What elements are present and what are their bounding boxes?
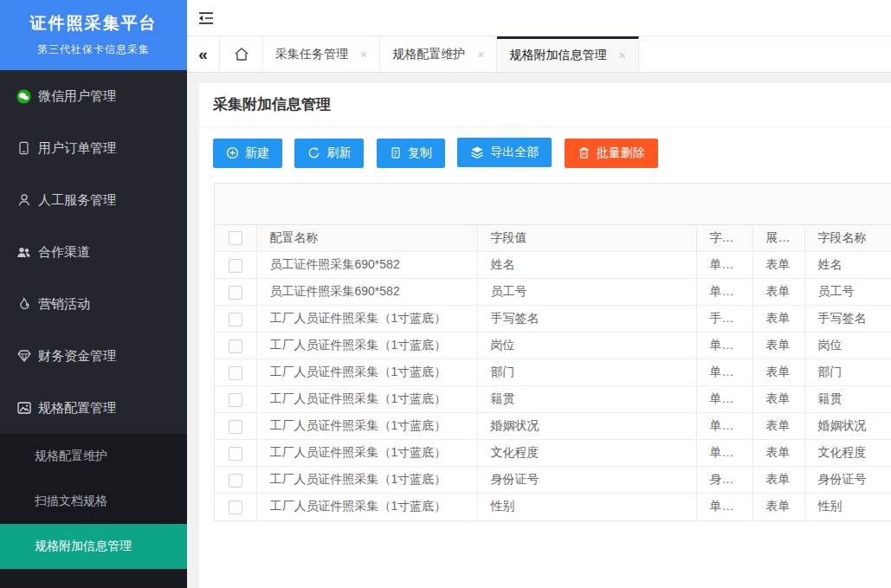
sidebar-item-wechat-users[interactable]: 微信用户管理 — [0, 70, 187, 122]
sidebar-subitem-label: 扫描文档规格 — [35, 494, 107, 509]
menu-fold-icon[interactable] — [198, 11, 214, 25]
partners-icon — [16, 245, 31, 260]
cell-display: 表单 — [752, 306, 804, 333]
close-icon[interactable]: × — [360, 48, 367, 61]
main-area: « 采集任务管理 × 规格配置维护 × 规格附加信息管理 × 采集附加信息管理 — [187, 0, 891, 588]
cell-field-type: 身… — [696, 467, 752, 494]
select-all-checkbox[interactable] — [229, 231, 242, 245]
column-header-config-name: 配置名称 — [256, 225, 477, 252]
sidebar-subitem-scan-doc-spec[interactable]: 扫描文档规格 — [0, 479, 187, 524]
tabbar: « 采集任务管理 × 规格配置维护 × 规格附加信息管理 × — [187, 36, 891, 73]
table-row: 工厂人员证件照采集（1寸蓝底） 性别 单… 表单 性别 — [215, 494, 891, 520]
cell-config-name: 工厂人员证件照采集（1寸蓝底） — [256, 386, 477, 413]
tab-collect-task-mgmt[interactable]: 采集任务管理 × — [263, 36, 380, 72]
cell-field-type: 单… — [696, 413, 752, 440]
cell-config-name: 工厂人员证件照采集（1寸蓝底） — [256, 333, 477, 359]
tab-label: 采集任务管理 — [275, 47, 348, 62]
sidebar-subitem-label: 规格附加信息管理 — [35, 539, 132, 554]
row-checkbox[interactable] — [229, 313, 242, 326]
cell-display: 表单 — [752, 279, 804, 306]
cell-config-name: 工厂人员证件照采集（1寸蓝底） — [256, 494, 477, 520]
cell-field-name: 身份证号 — [804, 467, 891, 494]
sidebar-subitem-label: 规格配置维护 — [35, 449, 107, 464]
topbar — [187, 0, 891, 36]
cell-config-name: 工厂人员证件照采集（1寸蓝底） — [256, 306, 477, 333]
sidebar-submenu: 规格配置维护 扫描文档规格 规格附加信息管理 — [0, 434, 187, 588]
sidebar-item-finance[interactable]: 财务资金管理 — [0, 330, 187, 382]
copy-button[interactable]: 复制 — [377, 139, 445, 168]
button-label: 复制 — [408, 145, 432, 161]
cell-field-name: 性别 — [804, 494, 891, 520]
cell-field-type: 单… — [696, 252, 752, 279]
sidebar-item-user-orders[interactable]: 用户订单管理 — [0, 122, 187, 174]
cell-display: 表单 — [752, 413, 804, 440]
cell-field-value: 文化程度 — [477, 440, 696, 467]
row-checkbox[interactable] — [229, 501, 242, 514]
cell-field-value: 手写签名 — [477, 306, 696, 333]
column-header-field-value: 字段值 — [477, 225, 696, 252]
cell-field-name: 文化程度 — [804, 440, 891, 467]
cell-display: 表单 — [752, 440, 804, 467]
export-all-button[interactable]: 导出全部 — [457, 138, 552, 167]
cell-display: 表单 — [752, 386, 804, 413]
content-card: 采集附加信息管理 新建 刷新 复制 — [199, 83, 891, 588]
sidebar-item-partner-channels[interactable]: 合作渠道 — [0, 226, 187, 278]
cell-field-name: 员工号 — [804, 279, 891, 306]
sidebar-item-marketing[interactable]: 营销活动 — [0, 278, 187, 330]
plus-circle-icon — [226, 146, 239, 159]
cell-field-value: 身份证号 — [477, 467, 696, 494]
refresh-button[interactable]: 刷新 — [294, 139, 364, 168]
row-checkbox[interactable] — [229, 474, 242, 488]
row-checkbox[interactable] — [229, 259, 242, 273]
row-checkbox[interactable] — [229, 447, 242, 461]
row-checkbox[interactable] — [229, 420, 242, 434]
cell-display: 表单 — [752, 333, 804, 359]
sidebar-item-label: 合作渠道 — [38, 244, 90, 261]
table-row: 工厂人员证件照采集（1寸蓝底） 文化程度 单… 表单 文化程度 — [215, 440, 891, 467]
batch-delete-button[interactable]: 批量删除 — [565, 139, 658, 168]
tab-home[interactable] — [220, 36, 263, 72]
wechat-icon — [16, 89, 31, 104]
sidebar-item-manual-service[interactable]: 人工服务管理 — [0, 174, 187, 226]
phone-icon — [16, 141, 31, 156]
table-row: 工厂人员证件照采集（1寸蓝底） 婚姻状况 单… 表单 婚姻状况 — [215, 413, 891, 440]
table-row: 工厂人员证件照采集（1寸蓝底） 手写签名 手… 表单 手写签名 — [215, 306, 891, 333]
new-button[interactable]: 新建 — [213, 139, 282, 168]
sidebar: 证件照采集平台 第三代社保卡信息采集 微信用户管理 用户订单管理 人工服务 — [0, 0, 187, 588]
row-checkbox[interactable] — [229, 339, 242, 353]
person-icon — [16, 193, 31, 208]
sidebar-item-label: 用户订单管理 — [38, 140, 116, 157]
brand-header: 证件照采集平台 第三代社保卡信息采集 — [0, 0, 187, 70]
app-root: 证件照采集平台 第三代社保卡信息采集 微信用户管理 用户订单管理 人工服务 — [0, 0, 891, 588]
cell-field-value: 籍贯 — [477, 386, 696, 413]
cell-field-name: 籍贯 — [804, 386, 891, 413]
cell-field-name: 部门 — [804, 359, 891, 386]
cell-display: 表单 — [752, 359, 804, 386]
data-table-container: 配置名称 字段值 字… 展… 字段名称 员工证件照采集690*582 — [214, 183, 891, 521]
row-checkbox[interactable] — [229, 286, 242, 300]
cell-config-name: 工厂人员证件照采集（1寸蓝底） — [256, 413, 477, 440]
sidebar-subitem-spec-maintain[interactable]: 规格配置维护 — [0, 434, 187, 479]
table-row: 工厂人员证件照采集（1寸蓝底） 身份证号 身… 表单 身份证号 — [215, 467, 891, 494]
close-icon[interactable]: × — [618, 48, 625, 62]
close-icon[interactable]: × — [477, 48, 484, 61]
row-checkbox[interactable] — [229, 393, 242, 407]
row-checkbox[interactable] — [229, 366, 242, 380]
tab-label: 规格配置维护 — [392, 47, 465, 62]
sidebar-item-label: 微信用户管理 — [38, 88, 116, 105]
cell-field-value: 岗位 — [477, 333, 696, 359]
tab-spec-extra-info[interactable]: 规格附加信息管理 × — [497, 36, 638, 72]
page-title: 采集附加信息管理 — [199, 83, 891, 127]
cell-field-type: 单… — [696, 333, 752, 359]
tabs-scroll-left-button[interactable]: « — [187, 36, 220, 72]
image-icon — [16, 401, 31, 416]
sidebar-subitem-spec-extra-info[interactable]: 规格附加信息管理 — [0, 524, 187, 569]
sidebar-item-spec-config[interactable]: 规格配置管理 — [0, 382, 187, 434]
cell-field-type: 手… — [696, 306, 752, 333]
tab-spec-config-maintain[interactable]: 规格配置维护 × — [380, 36, 497, 72]
table-toolbar-strip — [215, 184, 891, 225]
button-label: 刷新 — [326, 145, 351, 161]
app-subtitle: 第三代社保卡信息采集 — [0, 42, 187, 57]
data-table: 配置名称 字段值 字… 展… 字段名称 员工证件照采集690*582 — [215, 225, 891, 520]
tab-label: 规格附加信息管理 — [509, 48, 606, 63]
